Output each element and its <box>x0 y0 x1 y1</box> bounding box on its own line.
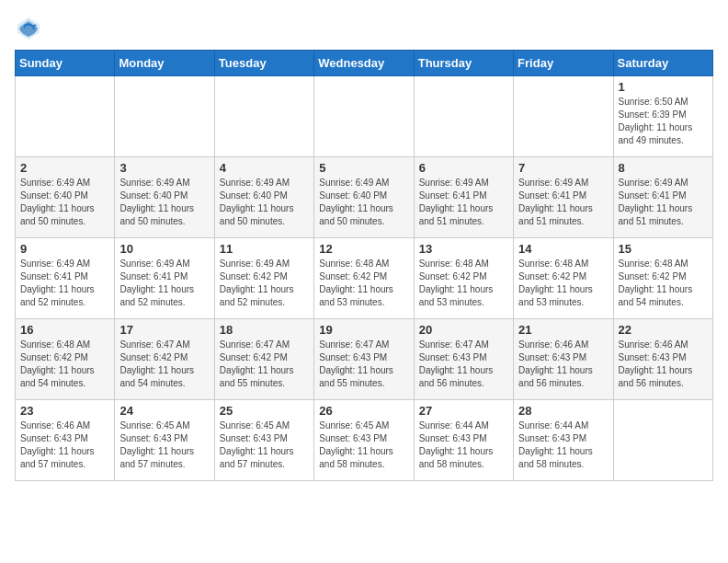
day-number: 22 <box>619 323 708 337</box>
day-number: 3 <box>119 161 209 175</box>
calendar-week-row: 23Sunrise: 6:46 AM Sunset: 6:43 PM Dayli… <box>16 400 713 481</box>
day-number: 25 <box>220 404 309 418</box>
calendar-cell <box>514 76 613 157</box>
day-number: 19 <box>319 323 408 337</box>
calendar-cell: 23Sunrise: 6:46 AM Sunset: 6:43 PM Dayli… <box>16 400 115 481</box>
day-info: Sunrise: 6:49 AM Sunset: 6:41 PM Dayligh… <box>619 177 708 228</box>
calendar-cell: 14Sunrise: 6:48 AM Sunset: 6:42 PM Dayli… <box>514 238 613 319</box>
day-number: 20 <box>419 323 508 337</box>
calendar-cell: 6Sunrise: 6:49 AM Sunset: 6:41 PM Daylig… <box>414 157 513 238</box>
day-info: Sunrise: 6:45 AM Sunset: 6:43 PM Dayligh… <box>220 419 309 471</box>
day-info: Sunrise: 6:48 AM Sunset: 6:42 PM Dayligh… <box>619 258 708 309</box>
calendar-cell: 13Sunrise: 6:48 AM Sunset: 6:42 PM Dayli… <box>414 238 513 319</box>
calendar-cell <box>613 400 712 481</box>
calendar-day-header: Monday <box>115 51 214 76</box>
day-number: 21 <box>518 323 608 337</box>
day-info: Sunrise: 6:49 AM Sunset: 6:41 PM Dayligh… <box>20 258 109 309</box>
day-info: Sunrise: 6:48 AM Sunset: 6:42 PM Dayligh… <box>419 258 508 309</box>
day-number: 11 <box>220 242 309 256</box>
calendar-day-header: Wednesday <box>314 51 414 76</box>
day-info: Sunrise: 6:49 AM Sunset: 6:41 PM Dayligh… <box>518 177 608 228</box>
day-info: Sunrise: 6:49 AM Sunset: 6:40 PM Dayligh… <box>220 177 309 228</box>
day-number: 27 <box>419 404 508 418</box>
calendar-day-header: Tuesday <box>214 51 313 76</box>
day-number: 9 <box>20 242 109 256</box>
calendar-cell: 15Sunrise: 6:48 AM Sunset: 6:42 PM Dayli… <box>613 238 712 319</box>
calendar-cell: 20Sunrise: 6:47 AM Sunset: 6:43 PM Dayli… <box>414 319 513 400</box>
day-info: Sunrise: 6:49 AM Sunset: 6:41 PM Dayligh… <box>419 177 508 228</box>
calendar-cell: 10Sunrise: 6:49 AM Sunset: 6:41 PM Dayli… <box>115 238 214 319</box>
calendar-cell: 22Sunrise: 6:46 AM Sunset: 6:43 PM Dayli… <box>613 319 712 400</box>
day-info: Sunrise: 6:47 AM Sunset: 6:42 PM Dayligh… <box>119 339 209 390</box>
calendar-day-header: Thursday <box>414 51 513 76</box>
calendar-cell <box>115 76 214 157</box>
day-number: 16 <box>20 323 109 337</box>
day-number: 24 <box>119 404 209 418</box>
calendar-cell: 17Sunrise: 6:47 AM Sunset: 6:42 PM Dayli… <box>115 319 214 400</box>
day-number: 8 <box>619 161 708 175</box>
day-number: 17 <box>119 323 209 337</box>
day-info: Sunrise: 6:46 AM Sunset: 6:43 PM Dayligh… <box>518 339 608 390</box>
calendar-week-row: 9Sunrise: 6:49 AM Sunset: 6:41 PM Daylig… <box>16 238 713 319</box>
calendar-cell: 1Sunrise: 6:50 AM Sunset: 6:39 PM Daylig… <box>613 76 712 157</box>
day-number: 6 <box>419 161 508 175</box>
day-info: Sunrise: 6:48 AM Sunset: 6:42 PM Dayligh… <box>20 339 109 390</box>
day-number: 14 <box>518 242 608 256</box>
day-info: Sunrise: 6:49 AM Sunset: 6:40 PM Dayligh… <box>119 177 209 228</box>
calendar-cell: 25Sunrise: 6:45 AM Sunset: 6:43 PM Dayli… <box>214 400 313 481</box>
day-info: Sunrise: 6:45 AM Sunset: 6:43 PM Dayligh… <box>119 419 209 471</box>
calendar-cell: 5Sunrise: 6:49 AM Sunset: 6:40 PM Daylig… <box>314 157 414 238</box>
day-number: 2 <box>20 161 109 175</box>
calendar-cell: 24Sunrise: 6:45 AM Sunset: 6:43 PM Dayli… <box>115 400 214 481</box>
calendar-cell <box>414 76 513 157</box>
calendar-week-row: 1Sunrise: 6:50 AM Sunset: 6:39 PM Daylig… <box>16 76 713 157</box>
calendar-cell <box>214 76 313 157</box>
day-number: 15 <box>619 242 708 256</box>
day-info: Sunrise: 6:48 AM Sunset: 6:42 PM Dayligh… <box>518 258 608 309</box>
day-info: Sunrise: 6:50 AM Sunset: 6:39 PM Dayligh… <box>619 96 708 147</box>
calendar-cell: 18Sunrise: 6:47 AM Sunset: 6:42 PM Dayli… <box>214 319 313 400</box>
day-number: 18 <box>220 323 309 337</box>
calendar-cell: 3Sunrise: 6:49 AM Sunset: 6:40 PM Daylig… <box>115 157 214 238</box>
calendar-cell <box>16 76 115 157</box>
day-info: Sunrise: 6:49 AM Sunset: 6:40 PM Dayligh… <box>319 177 408 228</box>
calendar-cell: 16Sunrise: 6:48 AM Sunset: 6:42 PM Dayli… <box>16 319 115 400</box>
header <box>15 15 713 42</box>
calendar-day-header: Saturday <box>613 51 712 76</box>
day-info: Sunrise: 6:48 AM Sunset: 6:42 PM Dayligh… <box>319 258 408 309</box>
page: SundayMondayTuesdayWednesdayThursdayFrid… <box>0 0 728 488</box>
calendar-day-header: Sunday <box>16 51 115 76</box>
day-number: 23 <box>20 404 109 418</box>
calendar-cell: 11Sunrise: 6:49 AM Sunset: 6:42 PM Dayli… <box>214 238 313 319</box>
calendar-cell: 28Sunrise: 6:44 AM Sunset: 6:43 PM Dayli… <box>514 400 613 481</box>
calendar-cell: 7Sunrise: 6:49 AM Sunset: 6:41 PM Daylig… <box>514 157 613 238</box>
calendar-cell: 26Sunrise: 6:45 AM Sunset: 6:43 PM Dayli… <box>314 400 414 481</box>
calendar-header-row: SundayMondayTuesdayWednesdayThursdayFrid… <box>16 51 713 76</box>
day-number: 28 <box>518 404 608 418</box>
calendar-day-header: Friday <box>514 51 613 76</box>
calendar-cell: 12Sunrise: 6:48 AM Sunset: 6:42 PM Dayli… <box>314 238 414 319</box>
calendar-cell: 4Sunrise: 6:49 AM Sunset: 6:40 PM Daylig… <box>214 157 313 238</box>
day-info: Sunrise: 6:47 AM Sunset: 6:43 PM Dayligh… <box>419 339 508 390</box>
logo-icon <box>15 15 42 42</box>
day-info: Sunrise: 6:44 AM Sunset: 6:43 PM Dayligh… <box>518 419 608 471</box>
day-info: Sunrise: 6:46 AM Sunset: 6:43 PM Dayligh… <box>619 339 708 390</box>
day-number: 12 <box>319 242 408 256</box>
day-info: Sunrise: 6:47 AM Sunset: 6:42 PM Dayligh… <box>220 339 309 390</box>
calendar-week-row: 2Sunrise: 6:49 AM Sunset: 6:40 PM Daylig… <box>16 157 713 238</box>
day-number: 13 <box>419 242 508 256</box>
day-info: Sunrise: 6:44 AM Sunset: 6:43 PM Dayligh… <box>419 419 508 471</box>
day-info: Sunrise: 6:46 AM Sunset: 6:43 PM Dayligh… <box>20 419 109 471</box>
day-number: 7 <box>518 161 608 175</box>
calendar-cell <box>314 76 414 157</box>
day-number: 1 <box>619 80 708 94</box>
day-info: Sunrise: 6:49 AM Sunset: 6:42 PM Dayligh… <box>220 258 309 309</box>
day-info: Sunrise: 6:47 AM Sunset: 6:43 PM Dayligh… <box>319 339 408 390</box>
day-number: 4 <box>220 161 309 175</box>
day-number: 10 <box>119 242 209 256</box>
day-number: 5 <box>319 161 408 175</box>
calendar-cell: 9Sunrise: 6:49 AM Sunset: 6:41 PM Daylig… <box>16 238 115 319</box>
calendar-cell: 21Sunrise: 6:46 AM Sunset: 6:43 PM Dayli… <box>514 319 613 400</box>
day-info: Sunrise: 6:49 AM Sunset: 6:41 PM Dayligh… <box>119 258 209 309</box>
calendar-cell: 19Sunrise: 6:47 AM Sunset: 6:43 PM Dayli… <box>314 319 414 400</box>
